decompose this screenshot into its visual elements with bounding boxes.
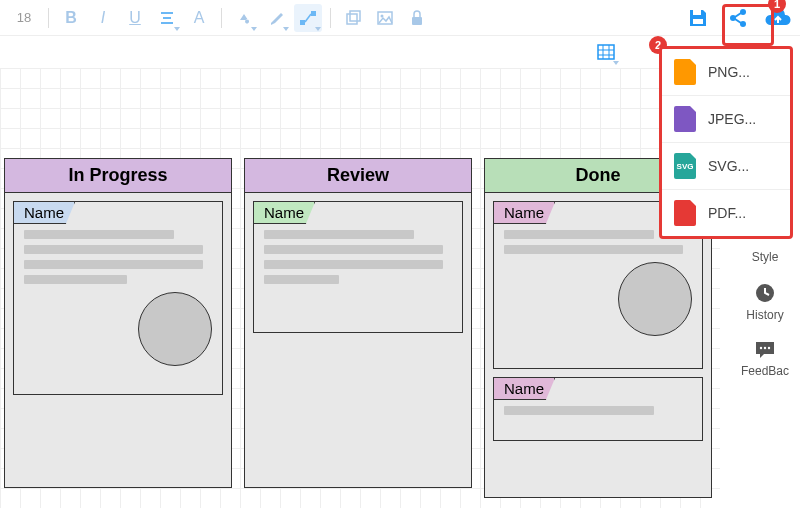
feedback-label: FeedBac <box>741 364 789 378</box>
column-body: Name <box>5 193 231 411</box>
separator <box>221 8 222 28</box>
card-tag: Name <box>254 202 315 224</box>
kanban-card[interactable]: Name <box>253 201 463 333</box>
svg-rect-4 <box>311 11 316 16</box>
clock-icon <box>754 282 776 304</box>
style-panel-button[interactable]: Style <box>752 250 779 264</box>
placeholder-line <box>504 245 683 254</box>
layer-button[interactable] <box>339 4 367 32</box>
svg-point-26 <box>768 347 770 349</box>
placeholder-line <box>264 275 339 284</box>
lock-button[interactable] <box>403 4 431 32</box>
column-header: In Progress <box>5 159 231 193</box>
connector-button[interactable] <box>294 4 322 32</box>
history-panel-button[interactable]: History <box>746 282 783 322</box>
svg-point-25 <box>764 347 766 349</box>
align-button[interactable] <box>153 4 181 32</box>
export-pdf-item[interactable]: PDF... <box>662 190 790 236</box>
fill-color-button[interactable] <box>230 4 258 32</box>
pdf-file-icon <box>674 200 696 226</box>
svg-point-24 <box>760 347 762 349</box>
history-label: History <box>746 308 783 322</box>
export-label: SVG... <box>708 158 749 174</box>
svg-rect-6 <box>347 14 357 24</box>
placeholder-line <box>264 260 443 269</box>
card-tag: Name <box>494 202 555 224</box>
kanban-card[interactable]: Name <box>493 377 703 441</box>
placeholder-line <box>24 245 203 254</box>
separator <box>330 8 331 28</box>
export-svg-item[interactable]: SVG SVG... <box>662 143 790 190</box>
placeholder-line <box>264 230 414 239</box>
placeholder-line <box>24 275 127 284</box>
underline-button[interactable]: U <box>121 4 149 32</box>
placeholder-circle <box>138 292 212 366</box>
placeholder-line <box>24 260 203 269</box>
svg-rect-18 <box>598 45 614 59</box>
svg-rect-12 <box>693 19 703 24</box>
card-tag: Name <box>494 378 555 400</box>
font-color-button[interactable]: A <box>185 4 213 32</box>
placeholder-circle <box>618 262 692 336</box>
svg-rect-7 <box>350 11 360 21</box>
export-png-item[interactable]: PNG... <box>662 49 790 96</box>
export-menu: PNG... JPEG... SVG SVG... PDF... <box>659 46 793 239</box>
table-button[interactable] <box>592 38 620 66</box>
card-tag: Name <box>14 202 75 224</box>
svg-file-icon: SVG <box>674 153 696 179</box>
font-size-value[interactable]: 18 <box>8 10 40 25</box>
feedback-panel-button[interactable]: FeedBac <box>741 340 789 378</box>
image-button[interactable] <box>371 4 399 32</box>
svg-rect-3 <box>300 20 305 25</box>
svg-line-5 <box>305 14 311 22</box>
right-panel: Style History FeedBac <box>730 240 800 378</box>
export-jpeg-item[interactable]: JPEG... <box>662 96 790 143</box>
italic-button[interactable]: I <box>89 4 117 32</box>
placeholder-line <box>264 245 443 254</box>
svg-rect-10 <box>412 17 422 25</box>
placeholder-line <box>504 406 654 415</box>
column-header: Review <box>245 159 471 193</box>
kanban-column[interactable]: In Progress Name <box>4 158 232 488</box>
bold-button[interactable]: B <box>57 4 85 32</box>
export-label: PNG... <box>708 64 750 80</box>
column-body: Name <box>245 193 471 349</box>
canvas[interactable]: In Progress Name Review Name <box>0 68 720 508</box>
save-button[interactable] <box>684 4 712 32</box>
annotation-box-1 <box>722 4 774 46</box>
style-label: Style <box>752 250 779 264</box>
pencil-button[interactable] <box>262 4 290 32</box>
placeholder-line <box>24 230 174 239</box>
main-toolbar: 18 B I U A <box>0 0 800 36</box>
png-file-icon <box>674 59 696 85</box>
chat-icon <box>754 340 776 360</box>
separator <box>48 8 49 28</box>
svg-rect-11 <box>693 10 701 15</box>
placeholder-line <box>504 230 654 239</box>
kanban-card[interactable]: Name <box>13 201 223 395</box>
export-label: PDF... <box>708 205 746 221</box>
jpeg-file-icon <box>674 106 696 132</box>
export-label: JPEG... <box>708 111 756 127</box>
kanban-column[interactable]: Review Name <box>244 158 472 488</box>
